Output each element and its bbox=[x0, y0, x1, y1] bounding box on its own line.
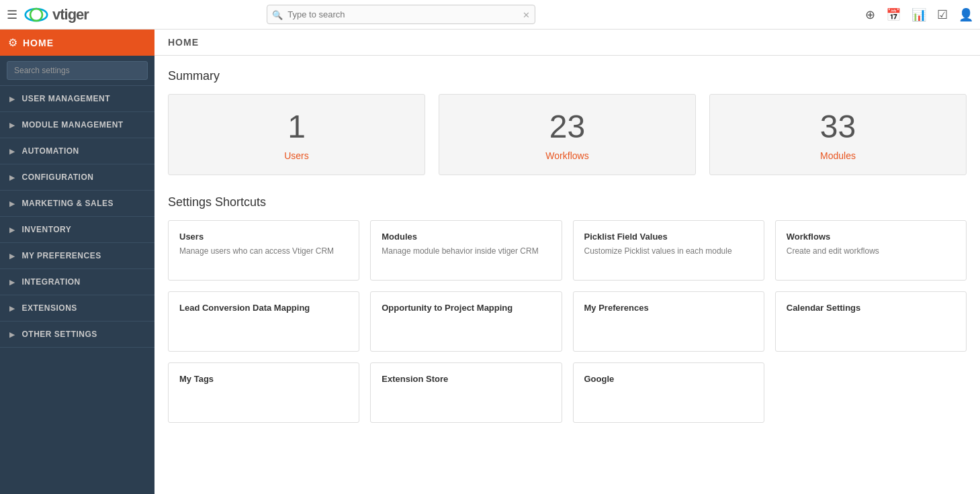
chevron-icon: ▶ bbox=[9, 252, 15, 260]
shortcut-card-users[interactable]: Users Manage users who can access Vtiger… bbox=[168, 220, 359, 281]
sidebar-home-title: HOME bbox=[23, 38, 54, 48]
global-search-input[interactable] bbox=[267, 5, 535, 24]
sidebar-item-other-settings[interactable]: ▶OTHER SETTINGS bbox=[0, 322, 154, 348]
shortcut-card-lead-conversion[interactable]: Lead Conversion Data Mapping bbox=[168, 291, 359, 352]
hamburger-icon[interactable]: ☰ bbox=[7, 7, 17, 22]
shortcut-card-title: Opportunity to Project Mapping bbox=[382, 303, 550, 313]
sidebar-item-label: INVENTORY bbox=[22, 225, 72, 234]
shortcut-card-title: Google bbox=[584, 374, 753, 384]
sidebar-item-integration[interactable]: ▶INTEGRATION bbox=[0, 269, 154, 295]
shortcut-card-title: My Preferences bbox=[584, 303, 753, 313]
shortcut-card-desc: Create and edit workflows bbox=[787, 246, 955, 257]
shortcut-card-title: Lead Conversion Data Mapping bbox=[179, 303, 348, 313]
summary-card-label[interactable]: Workflows bbox=[545, 150, 588, 161]
chart-icon[interactable]: 📊 bbox=[911, 7, 926, 22]
shortcut-card-desc: Manage module behavior inside vtiger CRM bbox=[382, 246, 550, 257]
sidebar-search-input[interactable] bbox=[7, 61, 148, 80]
shortcut-card-title: Picklist Field Values bbox=[584, 232, 753, 242]
main-body: Summary 1 Users 23 Workflows 33 Modules … bbox=[154, 56, 980, 494]
shortcut-card-my-preferences[interactable]: My Preferences bbox=[573, 291, 764, 352]
search-icon: 🔍 bbox=[272, 9, 283, 19]
sidebar-item-marketing-sales[interactable]: ▶MARKETING & SALES bbox=[0, 191, 154, 217]
top-nav: ☰ vtiger 🔍 ✕ ⊕ 📅 📊 ☑ 👤 bbox=[0, 0, 980, 30]
shortcut-card-opportunity-project[interactable]: Opportunity to Project Mapping bbox=[370, 291, 562, 352]
sidebar-item-label: USER MANAGEMENT bbox=[22, 94, 111, 103]
calendar-icon[interactable]: 📅 bbox=[886, 7, 901, 22]
shortcut-card-google[interactable]: Google bbox=[573, 362, 764, 423]
shortcut-card-my-tags[interactable]: My Tags bbox=[168, 362, 359, 423]
summary-card-number: 1 bbox=[287, 108, 306, 145]
shortcut-card-title: Users bbox=[179, 232, 348, 242]
sidebar-item-my-preferences[interactable]: ▶MY PREFERENCES bbox=[0, 243, 154, 269]
clear-search-icon[interactable]: ✕ bbox=[523, 9, 530, 19]
main-top-bar: HOME bbox=[154, 30, 980, 56]
sidebar-item-extensions[interactable]: ▶EXTENSIONS bbox=[0, 295, 154, 322]
sidebar-nav: ▶USER MANAGEMENT▶MODULE MANAGEMENT▶AUTOM… bbox=[0, 86, 154, 348]
sidebar-item-label: MY PREFERENCES bbox=[22, 251, 101, 260]
chevron-icon: ▶ bbox=[9, 148, 15, 155]
chevron-icon: ▶ bbox=[9, 200, 15, 207]
global-search: 🔍 ✕ bbox=[267, 5, 535, 24]
summary-card-users[interactable]: 1 Users bbox=[168, 94, 425, 175]
shortcut-card-modules[interactable]: Modules Manage module behavior inside vt… bbox=[370, 220, 562, 281]
shortcut-card-title: Extension Store bbox=[382, 374, 550, 384]
summary-card-workflows[interactable]: 23 Workflows bbox=[439, 94, 696, 175]
chevron-icon: ▶ bbox=[9, 305, 15, 312]
settings-gear-icon: ⚙ bbox=[8, 36, 17, 49]
sidebar: ⚙ HOME ▶USER MANAGEMENT▶MODULE MANAGEMEN… bbox=[0, 30, 154, 494]
sidebar-item-configuration[interactable]: ▶CONFIGURATION bbox=[0, 164, 154, 191]
summary-cards: 1 Users 23 Workflows 33 Modules bbox=[168, 94, 967, 175]
logo-text: vtiger bbox=[52, 6, 89, 23]
shortcuts-grid: Users Manage users who can access Vtiger… bbox=[168, 220, 967, 423]
tasks-icon[interactable]: ☑ bbox=[937, 7, 948, 22]
shortcut-card-title: Workflows bbox=[787, 232, 955, 242]
app-body: ⚙ HOME ▶USER MANAGEMENT▶MODULE MANAGEMEN… bbox=[0, 30, 980, 494]
add-icon[interactable]: ⊕ bbox=[865, 7, 875, 22]
sidebar-item-module-management[interactable]: ▶MODULE MANAGEMENT bbox=[0, 112, 154, 138]
sidebar-item-label: CONFIGURATION bbox=[22, 172, 94, 182]
sidebar-item-label: MODULE MANAGEMENT bbox=[22, 120, 124, 130]
shortcut-card-title: Calendar Settings bbox=[787, 303, 955, 313]
logo[interactable]: vtiger bbox=[24, 6, 89, 23]
chevron-icon: ▶ bbox=[9, 121, 15, 129]
summary-section-title: Summary bbox=[168, 69, 967, 83]
sidebar-search-container bbox=[0, 56, 154, 86]
shortcut-card-extension-store[interactable]: Extension Store bbox=[370, 362, 562, 423]
shortcut-card-desc: Manage users who can access Vtiger CRM bbox=[179, 246, 348, 257]
sidebar-item-label: OTHER SETTINGS bbox=[22, 330, 97, 339]
shortcut-card-desc: Customize Picklist values in each module bbox=[584, 246, 753, 257]
summary-card-label[interactable]: Users bbox=[284, 150, 309, 161]
chevron-icon: ▶ bbox=[9, 174, 15, 181]
summary-card-number: 33 bbox=[820, 108, 856, 145]
shortcuts-section-title: Settings Shortcuts bbox=[168, 195, 967, 209]
sidebar-item-automation[interactable]: ▶AUTOMATION bbox=[0, 138, 154, 164]
chevron-icon: ▶ bbox=[9, 331, 15, 338]
shortcut-card-title: My Tags bbox=[179, 374, 348, 384]
shortcut-card-workflows[interactable]: Workflows Create and edit workflows bbox=[775, 220, 967, 281]
chevron-icon: ▶ bbox=[9, 279, 15, 286]
summary-card-number: 23 bbox=[549, 108, 585, 145]
breadcrumb: HOME bbox=[168, 37, 199, 48]
nav-actions: ⊕ 📅 📊 ☑ 👤 bbox=[865, 7, 973, 22]
main-content: HOME Summary 1 Users 23 Workflows 33 Mod… bbox=[154, 30, 980, 494]
shortcut-card-title: Modules bbox=[382, 232, 550, 242]
shortcut-card-calendar-settings[interactable]: Calendar Settings bbox=[775, 291, 967, 352]
sidebar-item-user-management[interactable]: ▶USER MANAGEMENT bbox=[0, 86, 154, 112]
shortcut-card-picklist-field-values[interactable]: Picklist Field Values Customize Picklist… bbox=[573, 220, 764, 281]
svg-point-0 bbox=[26, 9, 47, 21]
sidebar-item-inventory[interactable]: ▶INVENTORY bbox=[0, 217, 154, 243]
chevron-icon: ▶ bbox=[9, 226, 15, 234]
summary-card-modules[interactable]: 33 Modules bbox=[709, 94, 967, 175]
svg-point-1 bbox=[30, 9, 42, 21]
user-icon[interactable]: 👤 bbox=[959, 7, 973, 22]
sidebar-item-label: MARKETING & SALES bbox=[22, 199, 114, 208]
summary-card-label[interactable]: Modules bbox=[820, 150, 856, 161]
sidebar-item-label: AUTOMATION bbox=[22, 146, 79, 156]
sidebar-item-label: INTEGRATION bbox=[22, 277, 81, 287]
chevron-icon: ▶ bbox=[9, 95, 15, 103]
sidebar-header: ⚙ HOME bbox=[0, 30, 154, 56]
sidebar-item-label: EXTENSIONS bbox=[22, 303, 77, 313]
